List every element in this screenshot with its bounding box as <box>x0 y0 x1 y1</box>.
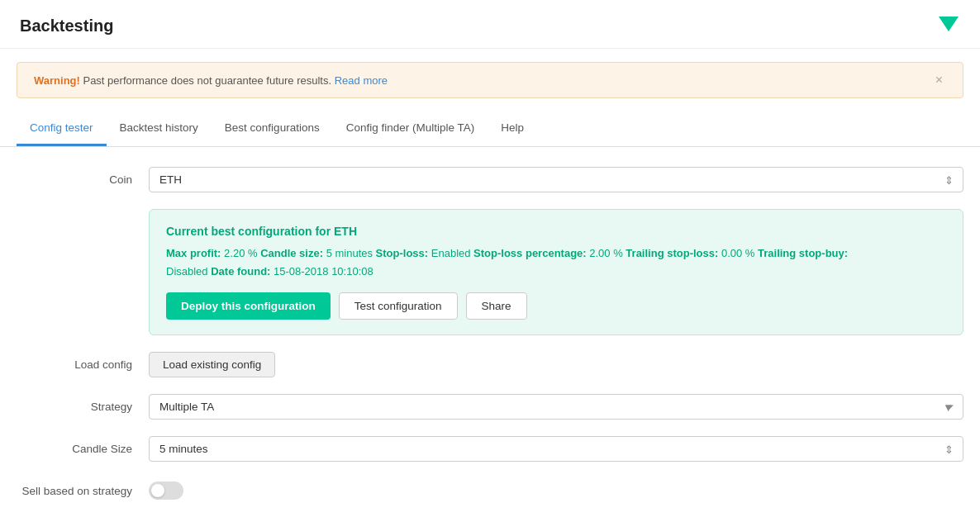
config-details: Max profit: 2.20 % Candle size: 5 minute… <box>166 244 946 281</box>
coin-row: Coin ETH <box>17 167 963 192</box>
config-actions: Deploy this configuration Test configura… <box>166 292 946 320</box>
best-config-spacer <box>17 209 149 216</box>
warning-label: Warning! <box>34 74 80 87</box>
config-details-line2: Disabled Date found: 15-08-2018 10:10:08 <box>166 265 373 277</box>
config-title: Current best configuration for ETH <box>166 225 946 238</box>
deploy-config-button[interactable]: Deploy this configuration <box>166 292 331 320</box>
warning-message: Past performance does not guarantee futu… <box>83 74 331 87</box>
test-config-button[interactable]: Test configuration <box>339 292 458 320</box>
strategy-select-wrapper: Multiple TA Single TA Custom ▼ <box>149 394 963 420</box>
load-existing-config-button[interactable]: Load existing config <box>149 352 275 377</box>
warning-close-button[interactable]: × <box>932 73 946 88</box>
tab-config-finder[interactable]: Config finder (Multiple TA) <box>333 111 488 146</box>
load-config-row: Load config Load existing config <box>17 352 963 377</box>
sell-strategy-toggle-wrapper <box>149 478 963 500</box>
strategy-label: Strategy <box>17 394 149 413</box>
warning-read-more-link[interactable]: Read more <box>335 74 388 87</box>
candle-size-select-wrapper: 1 minute 5 minutes 15 minutes 1 hour 4 h… <box>149 436 963 462</box>
best-config-row: Current best configuration for ETH Max p… <box>17 209 963 335</box>
candle-size-field: 1 minute 5 minutes 15 minutes 1 hour 4 h… <box>149 436 963 462</box>
tab-backtest-history[interactable]: Backtest history <box>107 111 212 146</box>
sell-strategy-label: Sell based on strategy <box>17 478 149 497</box>
tabs-container: Config tester Backtest history Best conf… <box>0 111 980 147</box>
candle-size-row: Candle Size 1 minute 5 minutes 15 minute… <box>17 436 963 462</box>
sell-strategy-toggle[interactable] <box>149 481 183 500</box>
load-config-label: Load config <box>17 352 149 371</box>
best-config-field: Current best configuration for ETH Max p… <box>149 209 963 335</box>
coin-select-wrapper: ETH <box>149 167 963 192</box>
coin-label: Coin <box>17 167 149 186</box>
strategy-field: Multiple TA Single TA Custom ▼ <box>149 394 963 420</box>
app-wrapper: Backtesting Warning! Past performance do… <box>0 0 980 517</box>
sell-strategy-field <box>149 478 963 500</box>
warning-banner: Warning! Past performance does not guara… <box>17 62 963 98</box>
warning-text: Warning! Past performance does not guara… <box>34 74 388 87</box>
page-title: Backtesting <box>20 17 113 36</box>
signal-icon <box>937 13 960 38</box>
coin-select[interactable]: ETH <box>149 167 963 192</box>
header: Backtesting <box>0 0 980 49</box>
sell-strategy-row: Sell based on strategy <box>17 478 963 500</box>
main-content: Coin ETH Current best configuration for … <box>0 147 980 517</box>
coin-field: ETH <box>149 167 963 192</box>
config-details-line1: Max profit: 2.20 % Candle size: 5 minute… <box>166 247 848 259</box>
tab-best-configurations[interactable]: Best configurations <box>212 111 333 146</box>
tab-help[interactable]: Help <box>488 111 537 146</box>
load-config-field: Load existing config <box>149 352 963 377</box>
candle-size-label: Candle Size <box>17 436 149 455</box>
strategy-row: Strategy Multiple TA Single TA Custom ▼ <box>17 394 963 420</box>
tab-config-tester[interactable]: Config tester <box>17 111 107 146</box>
svg-marker-0 <box>939 17 959 31</box>
share-config-button[interactable]: Share <box>466 292 527 320</box>
candle-size-select[interactable]: 1 minute 5 minutes 15 minutes 1 hour 4 h… <box>149 436 963 462</box>
strategy-select[interactable]: Multiple TA Single TA Custom <box>149 394 963 420</box>
best-config-card: Current best configuration for ETH Max p… <box>149 209 963 335</box>
